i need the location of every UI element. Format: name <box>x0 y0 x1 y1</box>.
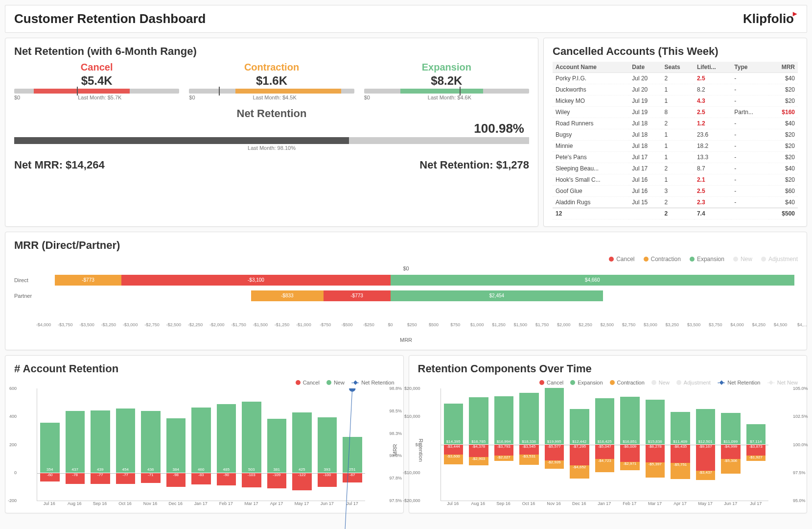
cell: Jul 18 <box>629 118 661 129</box>
col-header[interactable]: Seats <box>662 62 694 73</box>
legend-dot <box>296 380 301 385</box>
cell: 2.1 <box>694 174 731 186</box>
y-tick-left: $0 <box>415 442 420 447</box>
axis-tick: -$3,500 <box>79 322 94 327</box>
table-row[interactable]: Aladdin RugsJul 1522.3-$40 <box>553 197 798 208</box>
bar-new: 439 <box>91 410 110 472</box>
cell: $20 <box>769 141 798 152</box>
legend-dot <box>610 380 615 385</box>
nr-metric-value: $1.6K <box>189 74 354 88</box>
cell: Road Runners <box>553 118 629 129</box>
legend-item[interactable]: New <box>651 379 670 385</box>
legend-item[interactable]: Adjustment <box>676 379 711 385</box>
bar-expansion: $7,114 <box>746 424 766 444</box>
legend-item[interactable]: Expansion <box>570 379 603 385</box>
legend-item[interactable]: New <box>733 256 752 263</box>
cell: - <box>731 197 768 208</box>
axis-tick: $3,500 <box>687 322 701 327</box>
bar-column: $12,501 -$9,167 -$3,437 <box>696 388 716 501</box>
nr-metric-expansion: Expansion $8.2K $0Last Month: $4.6K <box>364 62 529 100</box>
legend-item[interactable]: Cancel <box>296 379 320 385</box>
bar-cancel: -109 <box>267 473 287 488</box>
net-mrr-value: Net MRR: $14,264 <box>14 159 105 171</box>
footer-cell: 2 <box>662 208 694 219</box>
bar-column: $19,995 -$5,577 -$2,926 <box>545 388 564 501</box>
cell: - <box>731 84 768 96</box>
net-retention-card: Net Retention (with 6-Month Range) Cance… <box>5 38 538 227</box>
col-header[interactable]: Type <box>731 62 768 73</box>
cell: 2.5 <box>694 186 731 197</box>
bar-expansion: $11,099 <box>721 413 741 444</box>
axis-tick: $2,000 <box>557 322 571 327</box>
col-header[interactable]: Date <box>629 62 661 73</box>
table-row[interactable]: Goof GlueJul 1632.5-$60 <box>553 186 798 197</box>
cell: 2.5 <box>694 73 731 84</box>
bar-new: 384 <box>166 418 186 472</box>
bar-cancel: -$5,577 <box>545 445 564 460</box>
bar-column: 485 -90 <box>217 388 236 501</box>
y-tick-left: 400 <box>9 414 17 419</box>
cell: 2 <box>662 163 694 174</box>
table-row[interactable]: Road RunnersJul 1821.2-$40 <box>553 118 798 129</box>
bar-cancel: -67 <box>343 473 362 482</box>
legend-item[interactable]: Adjustment <box>761 256 798 263</box>
bar-column: 503 -103 <box>242 388 261 501</box>
retention-components-title: Retention Components Over Time <box>418 362 798 375</box>
legend-item[interactable]: -◆- Net New <box>767 379 798 385</box>
mrr-xlabel: MRR <box>14 337 798 343</box>
nr-metric-last: Last Month: $4.5K <box>253 95 296 100</box>
cell: $20 <box>769 174 798 186</box>
legend-dot <box>570 380 575 385</box>
legend-item[interactable]: Contraction <box>644 256 681 263</box>
table-row[interactable]: Pete's PansJul 17113.3-$20 <box>553 152 798 163</box>
cell: - <box>731 163 768 174</box>
bar-expansion: $16,851 <box>620 397 640 444</box>
x-tick: Oct 16 <box>516 501 541 506</box>
col-header[interactable]: Lifeti... <box>694 62 731 73</box>
table-row[interactable]: Sleeping Beau...Jul 1728.7-$40 <box>553 163 798 174</box>
cell: 2.5 <box>694 107 731 118</box>
legend-item[interactable]: Expansion <box>690 256 724 263</box>
table-row[interactable]: Mickey MOJul 1914.3-$20 <box>553 96 798 107</box>
cell: 8.7 <box>694 163 731 174</box>
legend-item[interactable]: Contraction <box>610 379 645 385</box>
table-row[interactable]: MinnieJul 18118.2-$20 <box>553 141 798 152</box>
brand-logo: Klipfolio <box>743 11 798 26</box>
col-header[interactable]: Account Name <box>553 62 629 73</box>
x-tick: Aug 16 <box>62 501 88 506</box>
axis-tick: $4,500 <box>774 322 788 327</box>
mrr-zero-label: $0 <box>14 265 798 271</box>
bar-column: $18,336 -$3,545 -$3,531 <box>519 388 539 501</box>
bar-column: 460 -83 <box>191 388 211 501</box>
cell: 2.3 <box>694 197 731 208</box>
cell: Mickey MO <box>553 96 629 107</box>
bar-new: 381 <box>267 419 287 473</box>
col-header[interactable]: MRR <box>769 62 798 73</box>
legend-line-icon: -◆- <box>767 379 774 385</box>
cell: 2 <box>662 118 694 129</box>
table-row[interactable]: BugsyJul 18123.6-$20 <box>553 129 798 141</box>
legend-item[interactable]: -◆- Net Retention <box>718 379 761 385</box>
y-tick-right: 95.0% <box>793 498 806 503</box>
bar-column: $16,851 -$6,009 -$2,971 <box>620 388 640 501</box>
cell: Jul 20 <box>629 73 661 84</box>
y-tick-right: 98.8% <box>390 386 402 391</box>
table-row[interactable]: Hook's Small C...Jul 1612.1-$20 <box>553 174 798 186</box>
seg-cancel: -$3,100 <box>121 275 390 286</box>
cell: $60 <box>769 186 798 197</box>
axis-tick: $1,250 <box>492 322 506 327</box>
legend-item[interactable]: New <box>326 379 345 385</box>
bar-new: 454 <box>116 409 136 473</box>
cell: Pete's Pans <box>553 152 629 163</box>
bar-new: 460 <box>191 408 211 472</box>
retention-components-card: Retention Components Over Time Cancel Ex… <box>409 355 808 513</box>
bar-column: $12,442 -$7,295 -$4,652 <box>570 388 589 501</box>
axis-tick: $2,750 <box>622 322 636 327</box>
table-row[interactable]: Porky P.I.G.Jul 2022.5-$40 <box>553 73 798 84</box>
legend-item[interactable]: Cancel <box>609 256 634 263</box>
legend-item[interactable]: Cancel <box>539 379 563 385</box>
table-row[interactable]: WileyJul 1982.5Partn...$160 <box>553 107 798 118</box>
legend-item[interactable]: -◆- Net Retention <box>351 379 394 385</box>
bar-cancel: -103 <box>242 473 261 488</box>
table-row[interactable]: DuckworthsJul 2018.2-$20 <box>553 84 798 96</box>
